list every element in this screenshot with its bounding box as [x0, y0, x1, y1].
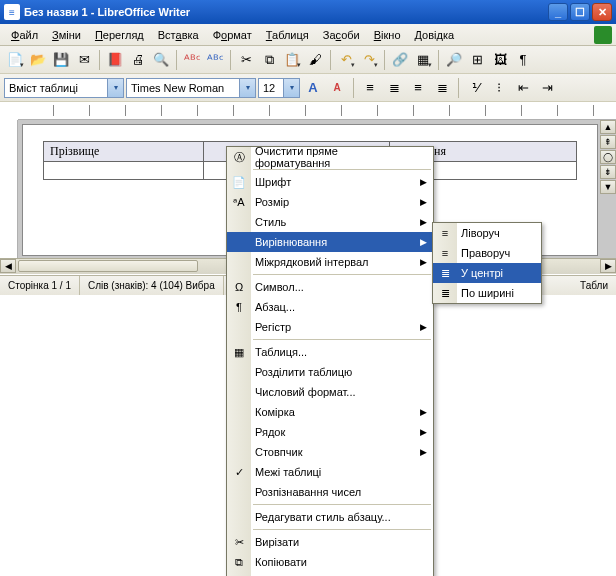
scroll-down-icon[interactable]: ▼ — [600, 180, 616, 194]
align-left-item[interactable]: ≡Ліворуч — [433, 223, 541, 243]
font-icon: 📄 — [231, 174, 247, 190]
table-icon: ▦ — [231, 344, 247, 360]
ctx-borders[interactable]: ✓Межі таблиці — [227, 462, 433, 482]
align-center-button[interactable]: ≣ — [383, 77, 405, 99]
ctx-number-recognition[interactable]: Розпізнавання чисел — [227, 482, 433, 502]
scroll-right-icon[interactable]: ▶ — [600, 259, 616, 273]
status-right: Табли — [572, 276, 616, 295]
undo-button[interactable]: ↶▾ — [335, 49, 357, 71]
ctx-line-spacing[interactable]: Міжрядковий інтервал▶ — [227, 252, 433, 272]
ctx-column[interactable]: Стовпчик▶ — [227, 442, 433, 462]
paragraph-style-combo[interactable]: Вміст таблиці▾ — [4, 78, 124, 98]
ctx-number-format[interactable]: Числовий формат... — [227, 382, 433, 402]
symbol-icon: Ω — [231, 279, 247, 295]
ctx-table[interactable]: ▦Таблиця... — [227, 342, 433, 362]
ctx-split-table[interactable]: Розділити таблицю — [227, 362, 433, 382]
app-icon: ≡ — [4, 4, 20, 20]
scroll-up-icon[interactable]: ▲ — [600, 120, 616, 134]
vertical-ruler[interactable] — [0, 120, 18, 260]
ctx-register[interactable]: Регістр▶ — [227, 317, 433, 337]
print-button[interactable]: 🖨 — [127, 49, 149, 71]
cut-button[interactable]: ✂ — [235, 49, 257, 71]
vertical-scroll-nav: ▲ ⇞ ◯ ⇟ ▼ — [600, 120, 616, 194]
decrease-indent-button[interactable]: ⇤ — [512, 77, 534, 99]
scroll-left-icon[interactable]: ◀ — [0, 259, 16, 273]
horizontal-ruler[interactable] — [18, 102, 616, 120]
status-wordcount[interactable]: Слів (знаків): 4 (104) Вибра — [80, 276, 224, 295]
standard-toolbar: 📄▾ 📂 💾 ✉ 📕 🖨 🔍 ᴬᴮᶜ ᴬᴮᶜ ✂ ⧉ 📋▾ 🖌 ↶▾ ↷▾ 🔗 … — [0, 46, 616, 74]
menu-window[interactable]: Вікно — [367, 27, 408, 43]
find-button[interactable]: 🔎 — [443, 49, 465, 71]
maximize-button[interactable]: ☐ — [570, 3, 590, 21]
grow-font-button[interactable]: A — [302, 77, 324, 99]
menu-insert[interactable]: Вставка — [151, 27, 206, 43]
ctx-symbol[interactable]: ΩСимвол... — [227, 277, 433, 297]
gallery-button[interactable]: 🖼 — [489, 49, 511, 71]
ctx-font[interactable]: 📄Шрифт▶ — [227, 172, 433, 192]
menu-file[interactable]: Файл — [4, 27, 45, 43]
align-justify-icon: ≣ — [437, 285, 453, 301]
menu-edit[interactable]: Зміни — [45, 27, 88, 43]
table-cell — [44, 162, 204, 180]
new-doc-button[interactable]: 📄▾ — [4, 49, 26, 71]
ctx-row[interactable]: Рядок▶ — [227, 422, 433, 442]
close-button[interactable]: ✕ — [592, 3, 612, 21]
menu-format[interactable]: Формат — [206, 27, 259, 43]
ctx-clear-formatting[interactable]: ⒶОчистити пряме форматування — [227, 147, 433, 167]
align-right-item[interactable]: ≡Праворуч — [433, 243, 541, 263]
minimize-button[interactable]: _ — [548, 3, 568, 21]
bullet-list-button[interactable]: ⁝ — [488, 77, 510, 99]
redo-button[interactable]: ↷▾ — [358, 49, 380, 71]
align-right-icon: ≡ — [437, 245, 453, 261]
hyperlink-button[interactable]: 🔗 — [389, 49, 411, 71]
spellcheck-button[interactable]: ᴬᴮᶜ — [181, 49, 203, 71]
ctx-copy[interactable]: ⧉Копіювати — [227, 552, 433, 572]
export-pdf-button[interactable]: 📕 — [104, 49, 126, 71]
menu-view[interactable]: Перегляд — [88, 27, 151, 43]
ctx-cell[interactable]: Комірка▶ — [227, 402, 433, 422]
formatting-toolbar: Вміст таблиці▾ Times New Roman▾ 12▾ A A … — [0, 74, 616, 102]
navigator-button[interactable]: ⊞ — [466, 49, 488, 71]
increase-indent-button[interactable]: ⇥ — [536, 77, 558, 99]
paste-button[interactable]: 📋▾ — [281, 49, 303, 71]
save-button[interactable]: 💾 — [50, 49, 72, 71]
menu-help[interactable]: Довідка — [408, 27, 462, 43]
ctx-style[interactable]: Стиль▶ — [227, 212, 433, 232]
align-right-button[interactable]: ≡ — [407, 77, 429, 99]
window-title: Без назви 1 - LibreOffice Writer — [24, 6, 548, 18]
autospell-button[interactable]: ᴬᴮᶜ — [204, 49, 226, 71]
align-left-button[interactable]: ≡ — [359, 77, 381, 99]
ctx-size[interactable]: ᵃAРозмір▶ — [227, 192, 433, 212]
ctx-edit-style[interactable]: Редагувати стиль абзацу... — [227, 507, 433, 527]
menu-tools[interactable]: Засоби — [316, 27, 367, 43]
email-button[interactable]: ✉ — [73, 49, 95, 71]
open-button[interactable]: 📂 — [27, 49, 49, 71]
table-button[interactable]: ▦▾ — [412, 49, 434, 71]
align-justify-item[interactable]: ≣По ширині — [433, 283, 541, 303]
number-list-button[interactable]: ⅟ — [464, 77, 486, 99]
preview-button[interactable]: 🔍 — [150, 49, 172, 71]
ctx-cut[interactable]: ✂Вирізати — [227, 532, 433, 552]
menu-table[interactable]: Таблиця — [259, 27, 316, 43]
ctx-paragraph[interactable]: ¶Абзац... — [227, 297, 433, 317]
paragraph-icon: ¶ — [231, 299, 247, 315]
nonprinting-button[interactable]: ¶ — [512, 49, 534, 71]
menubar: Файл Зміни Перегляд Вставка Формат Табли… — [0, 24, 616, 46]
prev-page-icon[interactable]: ⇞ — [600, 135, 616, 149]
next-page-icon[interactable]: ⇟ — [600, 165, 616, 179]
font-name-combo[interactable]: Times New Roman▾ — [126, 78, 256, 98]
status-page[interactable]: Сторінка 1 / 1 — [0, 276, 80, 295]
scroll-thumb[interactable] — [18, 260, 198, 272]
align-left-icon: ≡ — [437, 225, 453, 241]
format-paint-button[interactable]: 🖌 — [304, 49, 326, 71]
font-size-combo[interactable]: 12▾ — [258, 78, 300, 98]
align-center-icon: ≣ — [437, 265, 453, 281]
ctx-alignment[interactable]: Вирівнювання▶ — [227, 232, 433, 252]
shrink-font-button[interactable]: A — [326, 77, 348, 99]
nav-circle-icon[interactable]: ◯ — [600, 150, 616, 164]
align-justify-button[interactable]: ≣ — [431, 77, 453, 99]
ctx-paste[interactable]: 📋Вставити — [227, 572, 433, 576]
window-controls: _ ☐ ✕ — [548, 3, 612, 21]
copy-button[interactable]: ⧉ — [258, 49, 280, 71]
align-center-item[interactable]: ≣У центрі — [433, 263, 541, 283]
